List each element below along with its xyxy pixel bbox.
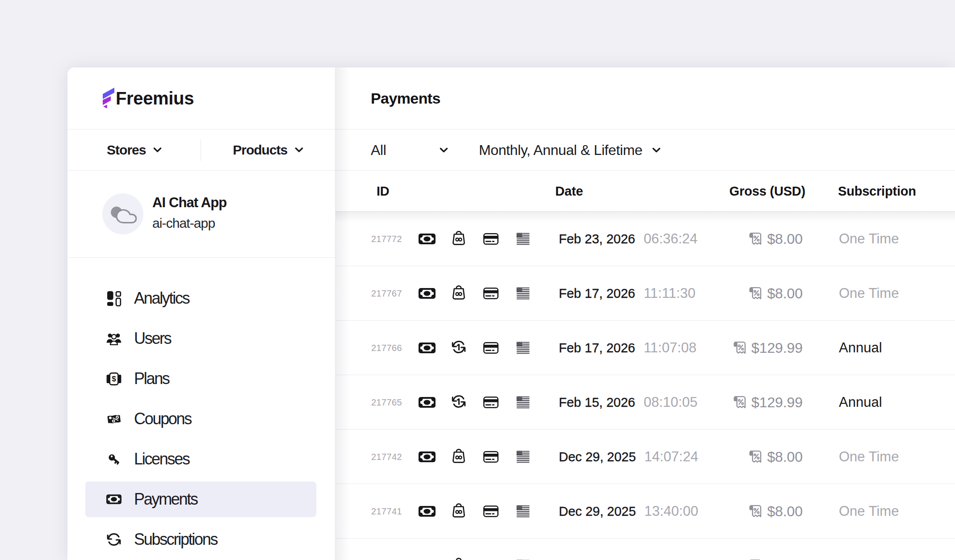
one-time-bag-icon <box>452 284 465 300</box>
payments-table-body: 217772 Feb 23, 202606:36:24 $8.00 One Ti… <box>335 212 955 560</box>
receipt-percent-icon <box>749 287 762 300</box>
payment-gross-amount: $8.00 <box>767 557 803 560</box>
receipt-percent-icon <box>749 232 762 246</box>
payment-time: 11:11:30 <box>644 285 695 301</box>
subscriptions-icon <box>106 532 121 547</box>
credit-card-icon <box>483 506 498 517</box>
logo[interactable]: Freemius <box>67 67 335 130</box>
credit-card-icon <box>483 233 498 245</box>
sidebar-item-users[interactable]: Users <box>85 321 316 356</box>
payment-date-cell: Dec 29, 202513:40:00 <box>559 503 698 519</box>
sidebar-item-label: Licenses <box>134 450 189 468</box>
cloud-icon <box>109 204 137 224</box>
payment-row[interactable]: 217766 Feb 17, 202611:07:08 $129.99 Annu… <box>335 321 955 375</box>
payment-row[interactable]: 217772 Feb 23, 202606:36:24 $8.00 One Ti… <box>335 212 955 266</box>
chevron-down-icon[interactable] <box>440 147 448 152</box>
users-icon <box>106 331 121 346</box>
sidebar-menu: Analytics Users Plans Coupons Licenses P… <box>67 258 335 557</box>
sidebar-item-analytics[interactable]: Analytics <box>85 280 316 316</box>
payment-time: 13:40:00 <box>645 503 699 519</box>
payment-id: 217765 <box>371 397 402 407</box>
payment-id: 217767 <box>371 288 402 298</box>
products-dropdown[interactable]: Products <box>201 130 335 170</box>
payment-subscription: One Time <box>839 503 899 519</box>
chevron-down-icon[interactable] <box>652 147 661 152</box>
payment-date: Feb 15, 2026 <box>559 395 635 410</box>
filters-bar: All Monthly, Annual & Lifetime <box>335 130 955 171</box>
receipt-percent-icon <box>749 505 762 518</box>
credit-card-icon <box>483 451 498 463</box>
column-header-gross[interactable]: Gross (USD) <box>729 184 805 198</box>
sidebar-item-label: Payments <box>134 490 197 509</box>
payment-date: Dec 29, 2025 <box>559 450 636 464</box>
filter-status-value[interactable]: All <box>371 142 386 158</box>
payment-row[interactable]: 217767 Feb 17, 202611:11:30 $8.00 One Ti… <box>335 266 955 321</box>
payment-gross-cell: $8.00 <box>749 448 803 465</box>
payment-gross-amount: $8.00 <box>767 448 803 465</box>
sidebar-item-payments[interactable]: Payments <box>85 481 316 517</box>
payment-gross-amount: $8.00 <box>767 230 803 247</box>
coupons-icon <box>106 411 121 426</box>
renewal-cycle-icon <box>451 339 466 355</box>
payment-date-cell: Feb 15, 202608:10:05 <box>559 394 698 410</box>
payment-date: Feb 17, 2026 <box>559 286 635 301</box>
payment-gross-cell: $8.00 <box>749 503 803 519</box>
payment-time: 08:10:05 <box>644 394 698 410</box>
payment-time: 06:36:24 <box>644 231 698 247</box>
payment-date: Dec 29, 2025 <box>559 504 636 518</box>
payment-id: 217742 <box>371 451 402 462</box>
sidebar-item-licenses[interactable]: Licenses <box>85 441 316 477</box>
payment-id: 217766 <box>371 343 402 353</box>
product-selector[interactable]: AI Chat App ai-chat-app <box>67 171 335 258</box>
dashboard-card: Freemius Stores Products AI Chat App ai-… <box>67 67 955 560</box>
credit-card-icon <box>483 397 498 408</box>
one-time-bag-icon <box>452 557 465 560</box>
sidebar-item-subscriptions[interactable]: Subscriptions <box>85 522 316 557</box>
licenses-icon <box>106 451 121 467</box>
payment-time: 11:07:08 <box>644 340 696 355</box>
payment-subscription: Annual <box>839 394 882 410</box>
payment-row[interactable]: $8.00 <box>335 539 955 560</box>
stores-dropdown-label: Stores <box>107 142 146 158</box>
receipt-percent-icon <box>749 450 762 464</box>
product-slug: ai-chat-app <box>152 216 226 231</box>
filter-billing-cycle-value[interactable]: Monthly, Annual & Lifetime <box>479 142 642 158</box>
receipt-percent-icon <box>733 341 747 355</box>
payment-row[interactable]: 217742 Dec 29, 202514:07:24 $8.00 One Ti… <box>335 430 955 484</box>
column-header-subscription[interactable]: Subscription <box>838 184 916 198</box>
payment-subscription: One Time <box>839 285 899 301</box>
stores-dropdown[interactable]: Stores <box>67 130 201 170</box>
us-flag-icon <box>517 396 530 408</box>
payment-gross-cell: $8.00 <box>749 230 803 247</box>
sidebar-item-coupons[interactable]: Coupons <box>85 401 316 437</box>
us-flag-icon <box>517 342 530 354</box>
switcher-divider <box>201 139 201 161</box>
credit-card-icon <box>483 342 498 354</box>
product-name: AI Chat App <box>152 195 226 211</box>
payment-date-cell: Feb 17, 202611:11:30 <box>559 285 695 301</box>
sidebar-item-plans[interactable]: Plans <box>85 361 316 397</box>
payment-date-cell: Feb 17, 202611:07:08 <box>559 340 696 356</box>
payment-row[interactable]: 217741 Dec 29, 202513:40:00 $8.00 One Ti… <box>335 484 955 539</box>
payment-time: 14:07:24 <box>645 449 699 464</box>
payment-id: 217741 <box>371 506 402 516</box>
sidebar: Freemius Stores Products AI Chat App ai-… <box>67 67 335 560</box>
us-flag-icon <box>517 233 530 245</box>
column-header-id[interactable]: ID <box>377 184 390 198</box>
sidebar-item-label: Subscriptions <box>134 530 217 549</box>
payment-gross-cell: $129.99 <box>733 394 803 410</box>
payment-date: Feb 23, 2026 <box>559 232 635 246</box>
products-dropdown-label: Products <box>233 142 287 158</box>
payment-gross-cell: $8.00 <box>749 557 803 560</box>
payments-icon <box>106 492 121 507</box>
column-header-date[interactable]: Date <box>555 184 583 198</box>
analytics-icon <box>106 291 121 306</box>
payment-row[interactable]: 217765 Feb 15, 202608:10:05 $129.99 Annu… <box>335 375 955 430</box>
payment-subscription: One Time <box>839 449 899 465</box>
money-icon <box>419 397 436 408</box>
money-icon <box>419 288 436 299</box>
money-icon <box>419 451 436 462</box>
payment-gross-amount: $8.00 <box>767 503 803 519</box>
money-icon <box>419 234 436 244</box>
receipt-percent-icon <box>733 396 747 409</box>
